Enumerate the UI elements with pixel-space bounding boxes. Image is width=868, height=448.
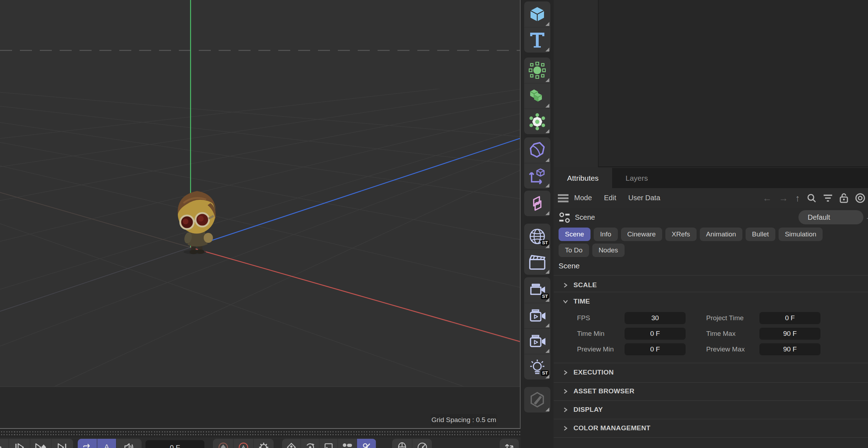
add-cube-tool-button[interactable] [524, 1, 550, 27]
chevron-right-icon [563, 407, 568, 413]
solo-mode-button[interactable] [412, 439, 432, 448]
generator-tool-button[interactable] [524, 109, 550, 134]
param-row-preview-min-max: Preview Min 0 F Preview Max 90 F [554, 342, 868, 357]
keyframe-settings-button[interactable] [253, 439, 274, 448]
category-tab-animation[interactable]: Animation [700, 228, 743, 241]
camera-alt-tool-button[interactable] [524, 328, 550, 354]
mouse-icon [398, 442, 406, 448]
project-time-field[interactable]: 0 F [759, 312, 820, 324]
time-min-field[interactable]: 0 F [625, 328, 686, 340]
category-tab-info[interactable]: Info [594, 228, 618, 241]
history-back-icon[interactable]: ← [763, 193, 772, 203]
flyout-corner [545, 158, 549, 162]
category-tab-simulation[interactable]: Simulation [779, 228, 823, 241]
viewport-3d[interactable]: Grid Spacing : 0.5 cm [0, 0, 521, 429]
section-color-management[interactable]: COLOR MANAGEMENT [563, 422, 650, 434]
key-position-button[interactable] [282, 439, 301, 448]
next-frame-icon [15, 443, 24, 448]
key-selection-filter-button[interactable] [357, 439, 376, 448]
deformer-tool-button[interactable] [524, 137, 550, 163]
tab-layers[interactable]: Layers [612, 168, 661, 188]
timeline-ruler[interactable] [0, 429, 521, 437]
goto-end-button[interactable] [51, 439, 72, 448]
deformer-icon [529, 142, 545, 158]
category-tab-scene[interactable]: Scene [559, 228, 590, 241]
flyout-corner [545, 323, 549, 327]
scene-object-icon [559, 212, 571, 224]
mograph-icon [529, 195, 546, 212]
panel-tab-bar: Attributes Layers [554, 168, 868, 188]
stage-camera-tool-button[interactable]: ST [524, 277, 550, 303]
field-tool-button[interactable] [524, 58, 550, 83]
key-filter-group [282, 439, 376, 448]
mograph-tool-button[interactable] [524, 191, 550, 216]
mouse-nav-button[interactable] [392, 439, 412, 448]
autokey-toggle-button[interactable]: A [97, 439, 116, 448]
history-forward-icon[interactable]: → [779, 193, 788, 203]
key-parameter-button[interactable] [319, 439, 337, 448]
section-time[interactable]: TIME [563, 295, 590, 307]
param-row-fps: FPS 30 Project Time 0 F [554, 310, 868, 326]
search-icon[interactable] [807, 193, 816, 203]
param-label: Project Time [706, 314, 759, 322]
autokey-record-button[interactable]: A [233, 439, 253, 448]
sound-toggle-button[interactable] [116, 439, 142, 448]
chevron-right-icon [563, 426, 568, 431]
category-tab-nodes[interactable]: Nodes [592, 244, 625, 257]
key-pla-icon [342, 443, 353, 448]
axis-lock-button[interactable] [500, 439, 519, 448]
category-tab-cineware[interactable]: Cineware [621, 228, 662, 241]
speaker-icon [124, 443, 134, 448]
coordinates-tool-button[interactable] [524, 163, 550, 189]
text-spline-tool-button[interactable] [524, 27, 550, 53]
record-keyframe-icon [218, 442, 228, 448]
playback-group [0, 439, 73, 448]
motion-clip-tool-button[interactable] [524, 249, 550, 275]
parent-up-icon[interactable]: ↑ [795, 193, 800, 203]
record-keyframe-button[interactable] [213, 439, 233, 448]
param-label: Time Min [577, 330, 625, 338]
current-frame-field[interactable]: 0 F [145, 440, 204, 448]
preset-dropdown[interactable]: Default [798, 210, 863, 224]
preview-min-field[interactable]: 0 F [625, 343, 686, 355]
time-max-field[interactable]: 90 F [759, 328, 820, 340]
autokey-record-icon: A [238, 442, 248, 448]
category-tab-xrefs[interactable]: XRefs [665, 228, 697, 241]
menu-mode[interactable]: Mode [574, 194, 592, 202]
clapperboard-icon [529, 255, 546, 270]
flyout-corner [545, 298, 549, 302]
section-scale[interactable]: SCALE [563, 279, 597, 291]
menu-edit[interactable]: Edit [604, 194, 616, 202]
loop-mode-button[interactable] [78, 439, 97, 448]
flyout-corner [545, 349, 549, 353]
edit-mode-tool-button[interactable] [524, 387, 550, 413]
category-tab-bullet[interactable]: Bullet [746, 228, 775, 241]
volume-tool-button[interactable] [524, 83, 550, 109]
fps-field[interactable]: 30 [625, 312, 686, 324]
environment-tool-button[interactable]: ST [524, 224, 550, 249]
preview-max-field[interactable]: 90 F [759, 343, 820, 355]
next-key-button[interactable] [30, 439, 51, 448]
next-frame-button[interactable] [9, 439, 30, 448]
filter-icon[interactable] [823, 194, 833, 202]
flyout-corner [545, 22, 549, 26]
category-tab-todo[interactable]: To Do [559, 244, 589, 257]
play-button[interactable] [0, 439, 9, 448]
cube-icon [529, 6, 545, 22]
menu-user-data[interactable]: User Data [628, 194, 660, 202]
camera-tool-button[interactable] [524, 303, 550, 328]
key-pla-button[interactable] [337, 439, 357, 448]
preset-next-arrow-icon[interactable]: → [865, 212, 868, 222]
lock-icon[interactable] [840, 193, 848, 203]
focus-icon[interactable] [855, 193, 865, 203]
section-execution[interactable]: EXECUTION [563, 366, 614, 378]
hamburger-menu-icon[interactable] [558, 194, 568, 202]
key-rotation-button[interactable] [301, 439, 319, 448]
light-tool-button[interactable]: ST [524, 354, 550, 379]
section-display[interactable]: DISPLAY [563, 404, 603, 416]
tab-attributes[interactable]: Attributes [554, 168, 612, 188]
divider [554, 437, 868, 438]
section-asset-browser[interactable]: ASSET BROWSER [563, 385, 634, 397]
application-window: Grid Spacing : 0.5 cm [0, 0, 868, 448]
tool-palette: ST ST [521, 0, 554, 448]
